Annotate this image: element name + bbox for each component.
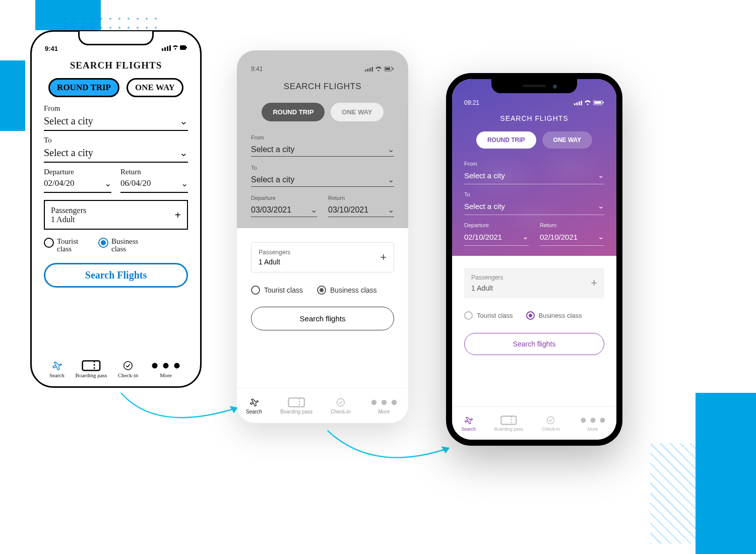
trip-oneway-pill[interactable]: ONE WAY [331,103,383,121]
svg-rect-30 [581,101,582,106]
departure-value: 02/04/20 [44,178,74,189]
search-flights-button[interactable]: Search Flights [44,263,188,288]
to-value: Select a city [251,175,294,184]
radio-icon [317,286,326,295]
nav-boarding[interactable]: Boarding pass [280,397,312,414]
search-flights-button[interactable]: Search flights [251,307,394,330]
svg-point-10 [152,363,158,369]
from-input[interactable]: Select a city ⌄ [464,169,604,184]
business-class-label: Business class [111,238,147,253]
plus-icon[interactable]: + [174,209,181,222]
tourist-class-radio[interactable]: Tourist class [251,286,303,295]
plus-icon[interactable]: + [380,251,387,264]
airplane-icon [464,416,473,425]
nav-search[interactable]: Search [461,416,476,432]
return-input[interactable]: 06/04/20 ⌄ [120,177,188,193]
trip-round-pill[interactable]: ROUND TRIP [48,78,119,97]
to-label: To [464,191,604,197]
nav-label: Check-in [542,427,560,432]
tourist-class-radio[interactable]: Tourist class [44,238,87,253]
svg-point-39 [591,418,595,422]
trip-round-pill[interactable]: ROUND TRIP [262,103,325,121]
status-time: 9:41 [251,65,263,73]
passengers-box[interactable]: Passengers 1 Adult + [464,268,604,298]
svg-rect-5 [180,45,186,50]
svg-rect-3 [169,45,171,51]
business-class-radio[interactable]: Business class [317,286,377,295]
svg-point-9 [124,362,133,370]
departure-input[interactable]: 02/10/2021 ⌄ [464,230,529,246]
return-label: Return [120,168,188,176]
svg-rect-0 [162,48,163,51]
to-label: To [44,136,188,145]
from-value: Select a city [464,171,505,180]
business-class-radio[interactable]: Business class [526,311,582,320]
airplane-icon [249,397,259,407]
nav-checkin[interactable]: Check-in [118,360,138,378]
chevron-down-icon: ⌄ [598,232,604,241]
passengers-value: 1 Adult [51,215,86,224]
nav-more[interactable]: More [579,416,607,432]
departure-label: Departure [251,195,317,201]
from-input[interactable]: Select a city ⌄ [44,114,188,131]
departure-input[interactable]: 03/03/2021 ⌄ [251,203,317,217]
svg-rect-28 [576,102,578,105]
tourist-class-radio[interactable]: Tourist class [464,311,513,320]
svg-rect-13 [365,70,366,72]
trip-oneway-pill[interactable]: ONE WAY [127,78,183,97]
nav-label: Check-in [118,372,138,378]
business-class-radio[interactable]: Business class [98,238,147,253]
bg-shape [0,60,25,131]
nav-more[interactable]: More [149,360,182,378]
svg-point-38 [581,418,585,422]
plus-icon[interactable]: + [591,276,597,290]
return-input[interactable]: 02/10/2021 ⌄ [540,230,604,246]
radio-icon [44,238,54,248]
trip-round-pill[interactable]: ROUND TRIP [476,131,536,149]
nav-more[interactable]: More [369,397,399,414]
to-input[interactable]: Select a city ⌄ [464,199,604,215]
passengers-box[interactable]: Passengers 1 Adult + [44,200,188,230]
nav-label: Search [461,427,476,432]
to-input[interactable]: Select a city ⌄ [44,146,188,163]
from-label: From [464,161,604,167]
more-icon [369,397,399,407]
radio-icon [98,238,108,248]
passengers-box[interactable]: Passengers 1 Adult + [251,242,394,272]
nav-search[interactable]: Search [49,360,65,378]
trip-oneway-pill[interactable]: ONE WAY [542,131,593,149]
svg-rect-29 [579,101,580,105]
passengers-label: Passengers [51,206,86,215]
nav-checkin[interactable]: Check-in [542,416,560,432]
departure-input[interactable]: 02/04/20 ⌄ [44,177,111,193]
nav-label: More [378,409,390,414]
svg-point-23 [337,398,344,406]
chevron-down-icon: ⌄ [104,178,111,189]
chevron-down-icon: ⌄ [522,232,529,241]
from-label: From [251,134,394,141]
chevron-down-icon: ⌄ [388,145,394,154]
svg-rect-19 [385,67,390,70]
wireframe-phone: 9:41 SEARCH FLIGHTS ROUND TRIP ONE WAY F… [237,50,408,423]
nav-boarding[interactable]: Boarding pass [76,360,107,378]
search-flights-button[interactable]: Search flights [464,333,604,355]
check-circle-icon [122,360,134,371]
return-input[interactable]: 03/10/2021 ⌄ [328,203,394,217]
chevron-down-icon: ⌄ [388,205,394,215]
from-value: Select a city [44,115,93,127]
svg-rect-27 [574,103,576,105]
nav-label: Search [246,409,262,414]
svg-rect-35 [501,416,517,424]
to-input[interactable]: Select a city ⌄ [251,173,394,187]
nav-checkin[interactable]: Check-in [331,397,350,414]
from-input[interactable]: Select a city ⌄ [251,143,394,157]
page-title: SEARCH FLIGHTS [464,114,604,122]
passengers-label: Passengers [471,274,503,281]
passengers-label: Passengers [259,249,290,256]
svg-point-11 [163,363,169,369]
nav-search[interactable]: Search [246,397,262,414]
progress-arrow [323,426,459,476]
chevron-down-icon: ⌄ [310,205,317,215]
nav-boarding[interactable]: Boarding pass [494,416,524,432]
return-label: Return [540,222,604,228]
